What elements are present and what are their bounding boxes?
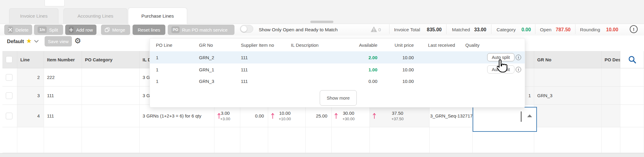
popup-row-grn1[interactable]: 1 GRN_1 111 1.00 10.00 Auto split i [150,63,525,76]
cell-po-category[interactable] [82,87,140,105]
delete-x-icon [8,26,13,33]
open-value: 787.50 [556,25,571,35]
cell-item-number[interactable]: 111 [44,105,82,127]
header-checkbox-cell [2,51,17,68]
cell-match-ref[interactable]: 3_GRN_Seq-132717 [430,105,473,127]
col-header-po-description[interactable]: PO Des [602,51,620,68]
purchase-lines-screen: Invoice Lines Accounting Lines Purchase … [0,0,644,157]
alert-info-icon[interactable]: ! [630,25,638,33]
info-icon[interactable]: i [516,67,521,72]
add-row-button[interactable]: Add row [65,25,96,35]
cell-line: 2 [17,68,44,87]
up-arrow-icon [334,113,338,120]
rounding-value: 10.00 [606,25,618,35]
rounding-label: Rounding [580,25,600,35]
cell-line: 3 [17,87,44,105]
popup-header-row: PO Line GR No Supplier Item no IL Descri… [150,39,525,51]
info-icon[interactable]: i [516,55,521,60]
tab-accounting-lines[interactable]: Accounting Lines [63,8,127,24]
table-row-empty[interactable] [2,127,644,153]
cell-delta: +37.50 [391,117,403,121]
split-label: Split [49,27,58,32]
tab-label: Purchase Lines [141,13,174,19]
matched-value: 33.00 [474,25,486,35]
popup-cell-gr-no: GRN_1 [199,63,214,76]
col-header-gr-no[interactable]: GR No [534,51,602,68]
invoice-total-label: Invoice Total [394,25,420,35]
tab-purchase-lines[interactable]: Purchase Lines [128,8,187,24]
search-cell[interactable] [620,51,644,68]
table-row[interactable]: 4 111 3 GRNs (1+2+3 = 6) for 6 qty 3.00 … [2,105,644,127]
cell-line: 4 [17,105,44,127]
split-1n-badge: 1/n [38,26,47,33]
up-arrow-icon [217,113,221,120]
cell-po-description[interactable] [602,105,620,127]
popup-cell-po-line: 1 [156,63,158,76]
divider [535,24,535,34]
gr-no-cell-editor[interactable] [473,107,537,132]
save-view-label: Save view [48,39,69,44]
cell-gr-no[interactable] [534,105,602,127]
warning-icon [370,26,377,34]
cell-value: 10.00 [279,111,291,116]
view-selector-name[interactable]: Default [7,36,24,46]
cell-qty[interactable]: 3.00 +3.00 [214,105,240,127]
popup-col-il-description: IL Description [291,39,319,51]
cell-po-category[interactable] [82,105,140,127]
cell-unit-price[interactable]: 10.00 +10.00 [268,105,306,127]
chevron-down-icon[interactable] [34,36,39,46]
col-header-line[interactable]: Line [17,51,44,68]
tab-label: Accounting Lines [77,13,113,19]
category-value: 0.00 [521,25,531,35]
delete-button[interactable]: Delete [4,25,32,35]
cell-item-number[interactable]: 111 [44,87,82,105]
run-po-match-button[interactable]: PO Run PO match service [168,25,234,35]
popup-cell-supplier-item: 111 [241,63,248,76]
cell-open-qty[interactable]: 0.00 [240,105,268,127]
dropdown-collapse-arrow-icon[interactable] [527,114,532,117]
save-view-button[interactable]: Save view [45,36,72,46]
cell-po-description[interactable] [602,68,620,87]
split-button[interactable]: 1/n Split [34,25,63,35]
show-more-button[interactable]: Show more [320,90,357,106]
matched-label: Matched [452,25,470,35]
page-footer-strip [0,153,644,157]
up-arrow-icon [373,113,376,120]
popup-col-supplier-item: Supplier Item no [241,39,274,51]
popup-row-grn2[interactable]: 1 GRN_2 111 2.00 10.00 Auto split i [150,51,525,63]
popup-row-grn3[interactable]: 1 GRN_3 111 0.00 10.00 [150,76,525,87]
cell-value: 37.50 [392,111,403,116]
select-all-checkbox[interactable] [6,56,12,63]
reset-lines-button[interactable]: Reset lines [133,25,165,35]
cell-net[interactable]: 30.00 +30.00 [332,105,370,127]
drag-handle[interactable] [310,21,333,23]
run-po-match-label: Run PO match service [182,27,228,32]
cell-delta: +3.00 [220,117,230,121]
divider [575,24,575,34]
grn-match-dropdown: PO Line GR No Supplier Item no IL Descri… [150,38,525,108]
cell-il-description[interactable]: 3 GRNs (1+2+3 = 6) for 6 qty [140,105,214,127]
cell-total[interactable]: 37.50 +37.50 [370,105,430,127]
row-checkbox[interactable] [6,92,12,99]
show-only-open-toggle[interactable] [240,25,253,33]
col-header-item-number[interactable]: Item Number [44,51,82,68]
category-label: Category [497,25,516,35]
divider [389,24,389,34]
col-header-po-category[interactable]: PO Category [82,51,140,68]
popup-cell-po-line: 1 [156,51,158,63]
row-checkbox[interactable] [6,113,12,119]
favorite-star-icon[interactable]: ★ [26,36,32,46]
text-caret [521,111,521,122]
cell-po-description[interactable] [602,87,620,105]
cell-po-category[interactable] [82,68,140,87]
merge-button[interactable]: Merge [101,25,130,35]
tab-invoice-lines[interactable]: Invoice Lines [9,8,59,24]
gear-icon[interactable]: ⚙ [74,36,81,46]
cell-amount[interactable]: 25.00 [306,105,332,127]
divider [446,24,447,34]
cell-gr-no[interactable]: GRN_3 [534,87,602,105]
row-checkbox-cell [2,105,17,127]
cell-gr-no[interactable] [534,68,602,87]
cell-item-number[interactable]: 222 [44,68,82,87]
row-checkbox[interactable] [6,74,12,81]
